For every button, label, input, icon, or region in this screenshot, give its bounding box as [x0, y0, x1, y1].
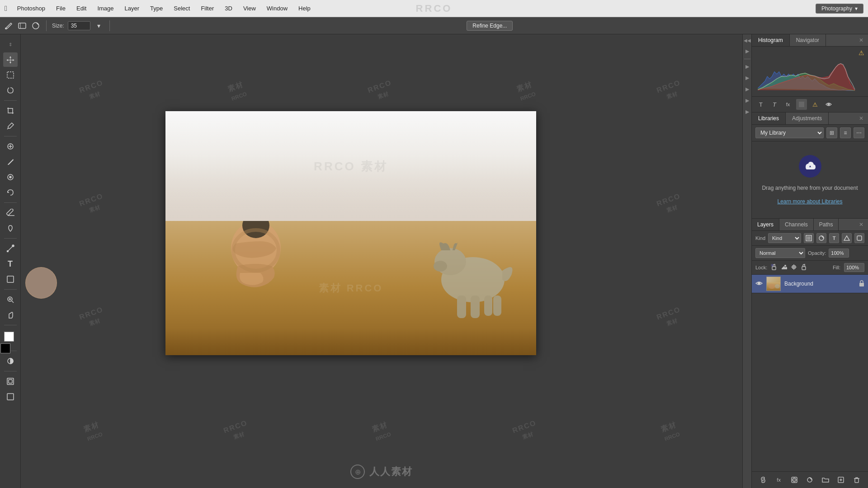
histogram-panel-close[interactable]: ✕ [854, 34, 868, 46]
right-strip-icon-5[interactable]: ▶ [744, 107, 751, 117]
library-empty-text: Drag anything here from your document [762, 184, 858, 192]
eye-adj-icon[interactable] [823, 99, 834, 110]
library-list-view-btn[interactable]: ≡ [840, 127, 851, 138]
menu-help[interactable]: Help [294, 3, 315, 14]
zoom-tool-btn[interactable] [3, 292, 18, 307]
hand-tool-btn[interactable] [3, 308, 18, 322]
size-input[interactable] [68, 21, 90, 30]
svg-rect-47 [802, 267, 806, 270]
right-strip-icon-3[interactable]: ▶ [744, 84, 751, 94]
type-adj-icon[interactable]: T [769, 99, 780, 110]
rotate-view-btn[interactable] [3, 389, 18, 404]
fill-input[interactable] [844, 263, 864, 272]
warning-adj-icon[interactable]: ⚠ [810, 99, 821, 110]
menu-3d[interactable]: 3D [220, 3, 237, 14]
brush-tool-left-btn[interactable] [3, 155, 18, 169]
pen-tool-btn[interactable] [3, 241, 18, 256]
link-layers-btn[interactable] [758, 474, 769, 485]
menu-select[interactable]: Select [169, 3, 194, 14]
svg-rect-32 [493, 296, 501, 316]
layer-fx-btn[interactable]: fx [774, 474, 784, 485]
eyedropper-tool-btn[interactable] [3, 119, 18, 133]
filter-pixel-btn[interactable] [804, 233, 814, 243]
brush-options-icon[interactable] [17, 21, 27, 31]
menu-view[interactable]: View [239, 3, 260, 14]
new-layer-btn[interactable] [835, 474, 846, 485]
delete-layer-btn[interactable] [851, 474, 862, 485]
paths-tab[interactable]: Paths [814, 219, 839, 230]
menu-type[interactable]: Type [146, 3, 167, 14]
layer-visibility-btn[interactable] [755, 281, 763, 287]
libraries-panel-close[interactable]: ✕ [854, 113, 868, 124]
size-dropdown-icon[interactable]: ▾ [94, 21, 104, 31]
learn-more-link[interactable]: Learn more about Libraries [777, 198, 842, 205]
library-options-btn[interactable]: ⋯ [854, 127, 864, 138]
navigator-tab[interactable]: Navigator [790, 34, 826, 46]
lock-image-btn[interactable] [781, 264, 787, 272]
background-layer-row[interactable]: Background [752, 275, 868, 293]
opacity-input[interactable] [829, 249, 849, 258]
filter-shape-btn[interactable] [842, 233, 852, 243]
svg-point-13 [7, 251, 8, 252]
panel-options-icon[interactable]: ▶ [744, 47, 751, 56]
lock-all-btn[interactable] [801, 264, 807, 272]
histogram-panel: Histogram Navigator ✕ ⚠ [752, 34, 868, 97]
libraries-tab[interactable]: Libraries [752, 113, 786, 124]
refine-edge-button[interactable]: Refine Edge... [467, 21, 513, 31]
history-brush-btn[interactable] [3, 185, 18, 200]
svg-point-48 [758, 282, 760, 284]
menu-file[interactable]: File [52, 3, 70, 14]
svg-rect-36 [807, 236, 811, 240]
crop-tool-btn[interactable] [3, 103, 18, 118]
workspace-selector[interactable]: Photography ▾ [816, 4, 863, 14]
layers-panel-close[interactable]: ✕ [854, 219, 868, 230]
healing-tool-btn[interactable] [3, 139, 18, 154]
text-adj-icon[interactable]: T [755, 99, 766, 110]
clone-stamp-btn[interactable] [3, 170, 18, 184]
library-dropdown[interactable]: My Library [755, 127, 824, 138]
mode-icon[interactable] [31, 21, 41, 31]
adjustments-tab[interactable]: Adjustments [786, 113, 829, 124]
channels-tab[interactable]: Channels [779, 219, 814, 230]
shape-tool-btn[interactable] [3, 272, 18, 286]
screen-mode-btn[interactable] [3, 374, 18, 389]
filter-text-btn[interactable]: T [829, 233, 839, 243]
brush-tool-icon[interactable] [4, 21, 14, 31]
menu-layer[interactable]: Layer [120, 3, 144, 14]
layer-mask-btn[interactable] [789, 474, 800, 485]
right-strip-icon-1[interactable]: ▶ [744, 62, 751, 71]
menu-image[interactable]: Image [93, 3, 118, 14]
library-header: My Library ⊞ ≡ ⋯ [752, 125, 868, 141]
layer-folder-btn[interactable] [820, 474, 831, 485]
fx-adj-icon[interactable]: fx [783, 99, 793, 110]
foreground-color-swatch[interactable] [0, 343, 10, 353]
lasso-tool-btn[interactable] [3, 83, 18, 98]
rect-adj-icon[interactable] [796, 99, 807, 110]
marquee-tool-btn[interactable] [3, 68, 18, 82]
menu-window[interactable]: Window [262, 3, 292, 14]
eraser-btn[interactable] [3, 206, 18, 220]
right-strip-icon-2[interactable]: ▶ [744, 73, 751, 83]
collapse-panels-icon[interactable]: ◀◀ [742, 36, 753, 45]
library-grid-view-btn[interactable]: ⊞ [826, 127, 837, 138]
menu-edit[interactable]: Edit [72, 3, 91, 14]
lock-position-btn[interactable] [791, 264, 797, 272]
lock-transparent-btn[interactable] [771, 264, 777, 272]
quick-mask-btn[interactable] [3, 354, 18, 368]
menu-photoshop[interactable]: Photoshop [13, 3, 50, 14]
background-color-swatch[interactable] [4, 332, 14, 342]
histogram-tab[interactable]: Histogram [752, 34, 790, 46]
blend-mode-select[interactable]: Normal [755, 248, 805, 258]
layer-adj-btn[interactable] [804, 474, 815, 485]
filter-adjustment-btn[interactable] [816, 233, 826, 243]
layers-tab[interactable]: Layers [752, 219, 779, 230]
filter-smart-btn[interactable] [854, 233, 864, 243]
toolbar-toggle-btn[interactable]: ⇕ [3, 37, 18, 52]
right-strip-icon-4[interactable]: ▶ [744, 96, 751, 105]
text-tool-btn[interactable]: T [3, 257, 18, 271]
menu-filter[interactable]: Filter [196, 3, 218, 14]
canvas-area: RRCO素材 素材RRCO RRCO素材 素材RRCO RRCO素材 RRCO素… [21, 34, 742, 488]
kind-select[interactable]: Kind [768, 233, 801, 243]
move-tool-btn[interactable] [3, 52, 18, 67]
blur-smudge-btn[interactable] [3, 221, 18, 235]
